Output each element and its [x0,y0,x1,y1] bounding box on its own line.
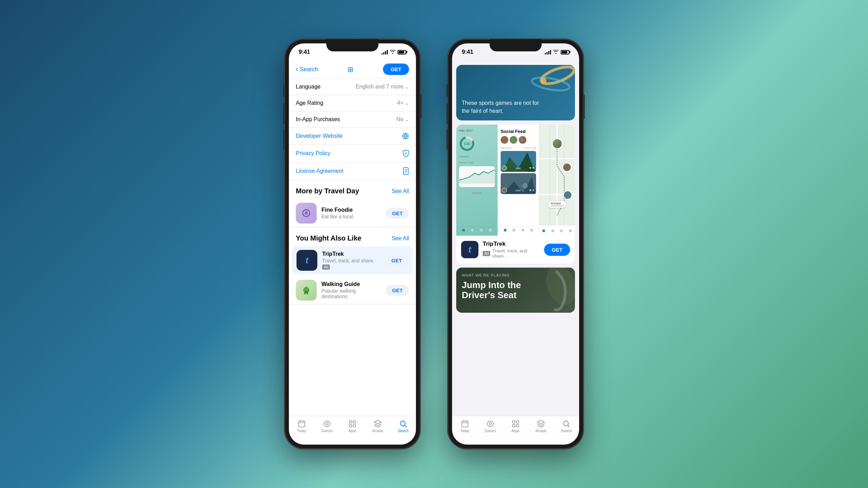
privacy-policy-row[interactable]: Privacy Policy [289,145,416,162]
age-rating-value: 4+ ⌄ [397,100,409,106]
tab-bar-left: Today Games Apps Arcade Search [289,416,416,445]
screenshot-map: Shanghai06/15-06/24 [539,125,575,236]
triptrek-info: TripTrek Travel, track, and share. Ad [322,251,380,270]
in-app-purchases-row[interactable]: In-App Purchases No ⌄ [289,111,416,128]
fine-foodie-desc: Eat like a local. [322,214,381,219]
points-label: POINTS [459,155,495,158]
card-ad-badge: Ad [483,251,490,256]
map-pin-3 [563,191,572,200]
sports-hero-banner: These sports games are not forthe faint … [456,65,575,120]
social-feed-title: Social Feed [501,129,536,134]
svg-point-22 [541,78,546,83]
tab-games-right[interactable]: Games [480,420,501,433]
hero-decoration [523,65,575,100]
svg-rect-15 [353,421,356,423]
screenshot-stats: May 2017 13k POINTS ABOUT ME [456,125,498,236]
back-button[interactable]: ‹ Search [296,66,318,73]
triptrek-ad-badge: Ad [322,264,330,270]
triptrek-item: t TripTrek Travel, track, and share. Ad … [292,246,412,274]
age-rating-chevron-icon: ⌄ [405,100,409,106]
card-app-details: TripTrek Ad Travel, track, and share. [483,241,540,259]
main-get-button[interactable]: GET [383,64,409,75]
tab-search-icon [399,420,407,428]
svg-rect-39 [462,421,468,427]
svg-rect-47 [516,424,519,427]
developer-website-row[interactable]: Developer Website [289,128,416,145]
tab-apps-label-right: Apps [512,429,520,433]
shanghai-label: Shanghai06/15-06/24 [549,201,566,208]
tab-games[interactable]: Games [317,420,337,433]
license-agreement-row[interactable]: License Agreement [289,162,416,180]
tab-today-icon-right [461,420,469,428]
signal-icon-right [545,50,551,54]
language-label: Language [296,84,320,90]
walking-guide-info: Walking Guide Popular walking destinatio… [322,281,381,299]
language-text: English and 7 more [356,84,403,90]
wwp-decoration [526,268,575,313]
about-me-label: ABOUT ME [459,161,495,164]
tab-search-right[interactable]: Search [556,420,577,433]
tab-games-icon [323,420,331,428]
language-value: English and 7 more ⌄ [356,84,409,90]
you-might-title: You Might Also Like [296,234,361,242]
tab-apps[interactable]: Apps [342,420,363,433]
svg-point-6 [305,212,307,214]
tab-today[interactable]: Today [291,420,312,433]
map-pin-1 [552,138,562,149]
tab-apps-right[interactable]: Apps [505,420,526,433]
filter-icon[interactable]: ⊞ [348,65,353,74]
fine-foodie-get-button[interactable]: GET [386,208,409,219]
triptrek-icon: t [297,250,317,271]
triptrek-letter: t [306,255,309,266]
tab-arcade[interactable]: Arcade [367,420,388,433]
developer-website-icon [402,133,409,140]
svg-point-13 [326,423,328,425]
svg-point-20 [539,65,575,87]
nav-bar-left: ‹ Search ⊞ GET [289,61,416,79]
you-might-header: You Might Also Like See All [289,227,416,246]
card-app-sub-row: Ad Travel, track, and share. [483,247,540,259]
walking-guide-app-icon [301,285,312,296]
card-app-name: TripTrek [483,241,540,247]
tab-today-label: Today [297,429,306,433]
in-app-purchases-chevron-icon: ⌄ [405,117,409,122]
license-agreement-label: License Agreement [296,168,343,174]
screenshot-social: Social Feed + RECENTPOPULAR [498,125,539,236]
wifi-icon-right [553,49,559,55]
tab-arcade-label-right: Arcade [535,429,546,433]
status-icons-right [545,49,569,55]
status-time-left: 9:41 [299,49,310,56]
walking-guide-icon [296,280,317,301]
in-app-purchases-value: No ⌄ [397,116,409,123]
language-row[interactable]: Language English and 7 more ⌄ [289,79,416,95]
tab-arcade-label: Arcade [372,429,383,433]
tab-arcade-right[interactable]: Arcade [531,420,551,433]
triptrek-get-button[interactable]: GET [385,255,408,266]
age-rating-row[interactable]: Age Rating 4+ ⌄ [289,95,416,111]
fine-foodie-app-icon [301,208,312,219]
fine-foodie-item: Fine Foodie Eat like a local. GET [289,199,416,227]
svg-line-49 [568,426,570,427]
hero-text: These sports games are not forthe faint … [462,99,539,115]
back-label: Search [300,66,318,73]
tab-apps-icon [348,420,357,428]
age-rating-label: Age Rating [296,100,323,106]
card-triptrek-icon: t [461,241,478,258]
tab-search[interactable]: Search [393,420,414,433]
map-pin-2 [562,163,571,172]
privacy-policy-label: Privacy Policy [296,150,331,157]
walking-guide-get-button[interactable]: GET [386,285,409,296]
back-chevron-icon: ‹ [296,65,298,73]
more-by-see-all[interactable]: See All [392,188,409,194]
in-app-purchases-text: No [397,116,403,123]
license-agreement-icon [403,167,409,175]
card-app-sub: Travel, track, and share. [492,248,540,259]
you-might-see-all[interactable]: See All [392,235,409,242]
fine-foodie-icon [296,203,317,224]
privacy-policy-icon [403,150,409,157]
card-get-button[interactable]: GET [544,244,570,256]
tab-arcade-icon-right [537,420,545,428]
wifi-icon [390,50,395,55]
tab-today-right[interactable]: Today [454,420,475,433]
status-icons-left [382,50,406,55]
